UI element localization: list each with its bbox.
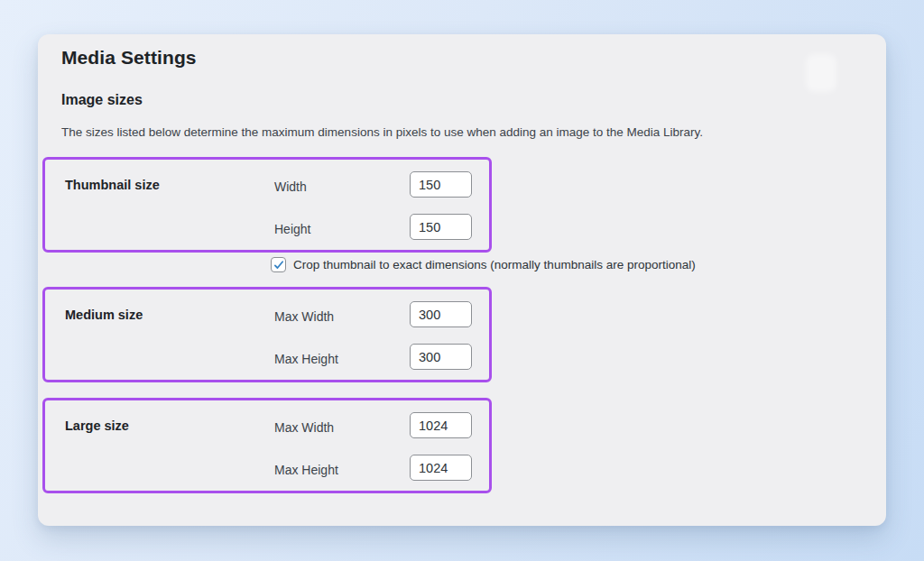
large-max-height-input[interactable] [410,455,472,481]
section-description: The sizes listed below determine the max… [61,125,703,139]
thumbnail-width-label: Width [274,179,307,194]
large-size-group: Large size Max Width Max Height [42,398,492,493]
large-max-width-input[interactable] [410,412,472,438]
large-max-width-label: Max Width [274,420,334,435]
large-max-height-label: Max Height [274,463,338,477]
crop-checkbox-label: Crop thumbnail to exact dimensions (norm… [293,258,696,271]
medium-max-height-label: Max Height [274,352,338,366]
page-background: Media Settings Image sizes The sizes lis… [0,0,924,561]
page-title: Media Settings [61,47,197,69]
crop-checkbox[interactable] [271,257,286,272]
crop-thumbnail-row: Crop thumbnail to exact dimensions (norm… [271,255,696,273]
medium-max-width-label: Max Width [274,309,334,324]
faded-watermark [806,54,836,92]
large-size-label: Large size [65,418,129,433]
thumbnail-width-input[interactable] [410,171,472,198]
medium-max-width-input[interactable] [410,301,472,327]
medium-size-group: Medium size Max Width Max Height [42,287,492,382]
medium-max-height-input[interactable] [410,344,472,370]
medium-size-label: Medium size [65,308,143,322]
thumbnail-size-label: Thumbnail size [65,178,160,192]
media-settings-card: Media Settings Image sizes The sizes lis… [38,34,886,526]
thumbnail-height-input[interactable] [410,214,472,240]
thumbnail-height-label: Height [274,222,310,236]
thumbnail-size-group: Thumbnail size Width Height [42,157,492,253]
checkmark-icon [273,260,284,271]
section-heading-image-sizes: Image sizes [61,92,143,108]
